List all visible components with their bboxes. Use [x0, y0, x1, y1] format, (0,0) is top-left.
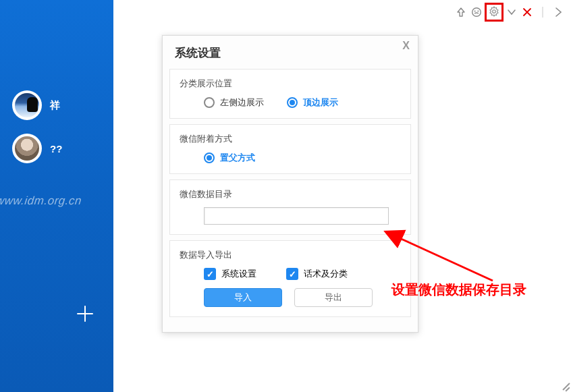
data-dir-input[interactable]: [204, 207, 389, 225]
annotation-text: 设置微信数据保存目录: [391, 281, 526, 299]
contact-item[interactable]: ??: [0, 127, 113, 170]
checkbox-label: 系统设置: [221, 268, 256, 280]
svg-point-1: [474, 11, 476, 12]
resize-grip[interactable]: [559, 380, 570, 391]
dialog-title-text: 系统设置: [175, 47, 221, 59]
annotation-arrow: [364, 193, 520, 294]
contact-item[interactable]: 祥: [0, 84, 113, 127]
avatar: [12, 90, 42, 120]
window-controls: [454, 3, 566, 22]
face-icon[interactable]: [469, 5, 484, 20]
checkbox-label: 话术及分类: [304, 268, 348, 280]
watermark-text: www.idm.org.cn: [0, 194, 82, 208]
avatar: [12, 134, 42, 163]
divider: [535, 5, 550, 20]
settings-highlight-box: [485, 3, 504, 22]
import-button[interactable]: 导入: [204, 288, 282, 307]
radio-icon: [204, 97, 215, 108]
export-button[interactable]: 导出: [294, 288, 373, 307]
radio-top-display[interactable]: 顶边展示: [287, 96, 338, 109]
svg-line-5: [398, 237, 493, 281]
up-arrow-icon[interactable]: [454, 5, 468, 20]
contact-name: 祥: [50, 99, 60, 112]
section-title: 微信附着方式: [180, 133, 401, 145]
sidebar: 祥 ?? www.idm.org.cn: [0, 0, 113, 392]
svg-point-2: [477, 11, 479, 12]
dialog-title: 系统设置 X: [163, 36, 418, 69]
close-icon[interactable]: [520, 5, 535, 20]
dialog-close-button[interactable]: X: [402, 40, 410, 52]
radio-icon: [204, 152, 215, 163]
radio-left-display[interactable]: 左侧边展示: [204, 96, 264, 109]
chevron-right-icon[interactable]: [551, 5, 566, 20]
radio-parent-mode[interactable]: 置父方式: [204, 152, 255, 164]
section-attach-mode: 微信附着方式 置父方式: [169, 124, 411, 174]
contact-name: ??: [50, 143, 62, 155]
radio-label: 顶边展示: [303, 96, 338, 109]
svg-point-3: [493, 10, 496, 13]
checkbox-icon: ✓: [204, 268, 216, 280]
radio-label: 左侧边展示: [220, 96, 264, 109]
chevron-down-icon[interactable]: [504, 5, 519, 20]
section-title: 分类展示位置: [180, 78, 401, 90]
gear-icon[interactable]: [488, 6, 500, 18]
checkbox-icon: ✓: [286, 268, 298, 280]
svg-point-0: [472, 8, 481, 17]
add-button[interactable]: [72, 300, 99, 327]
checkbox-system-settings[interactable]: ✓ 系统设置: [204, 268, 256, 280]
section-display-position: 分类展示位置 左侧边展示 顶边展示: [169, 69, 411, 119]
checkbox-scripts-categories[interactable]: ✓ 话术及分类: [286, 268, 348, 280]
radio-label: 置父方式: [220, 152, 255, 164]
radio-icon: [287, 97, 298, 108]
